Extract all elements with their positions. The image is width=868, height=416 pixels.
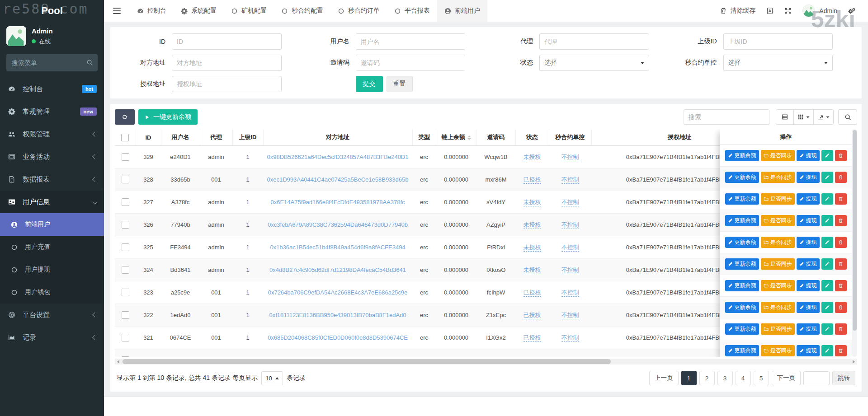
status-link[interactable]: 已授权 bbox=[524, 312, 541, 319]
row-checkbox[interactable] bbox=[122, 266, 129, 274]
row-checkbox[interactable] bbox=[122, 198, 129, 206]
sidebar-item-user-withdraw[interactable]: 用户提现 bbox=[0, 258, 104, 281]
select-all-checkbox[interactable] bbox=[121, 134, 129, 141]
address-link[interactable]: 0xc3febA679A89C38C7362594Da646473d0D7794… bbox=[268, 221, 408, 228]
sidebar-item-permission[interactable]: 权限管理 bbox=[0, 123, 104, 145]
status-link[interactable]: 已授权 bbox=[524, 176, 541, 184]
update-balance-button[interactable]: 更新余额 bbox=[725, 345, 759, 356]
row-checkbox[interactable] bbox=[122, 334, 129, 341]
export-button[interactable] bbox=[813, 109, 834, 125]
admin-menu[interactable]: Admin bbox=[802, 5, 837, 17]
sidebar-item-dashboard[interactable]: 控制台hot bbox=[0, 78, 104, 100]
edit-button[interactable] bbox=[821, 172, 833, 183]
sidebar-item-general[interactable]: 常规管理new bbox=[0, 100, 104, 123]
update-balance-button[interactable]: 更新余额 bbox=[725, 280, 759, 291]
update-balance-button[interactable]: 更新余额 bbox=[725, 258, 759, 270]
control-link[interactable]: 不控制 bbox=[561, 357, 579, 357]
horizontal-scrollbar[interactable] bbox=[115, 359, 857, 365]
update-balance-button[interactable]: 更新余额 bbox=[725, 237, 759, 248]
control-link[interactable]: 不控制 bbox=[561, 334, 579, 342]
vertical-scrollbar[interactable] bbox=[852, 129, 857, 357]
tab-秒合约配置[interactable]: 秒合约配置 bbox=[274, 0, 330, 22]
delete-button[interactable] bbox=[835, 302, 847, 313]
status-link[interactable]: 未授权 bbox=[524, 199, 541, 206]
table-search-input[interactable] bbox=[684, 109, 769, 125]
tab-矿机配置[interactable]: 矿机配置 bbox=[224, 0, 274, 22]
reset-button[interactable]: 重置 bbox=[387, 76, 413, 92]
update-all-balances-button[interactable]: 一键更新余额 bbox=[138, 109, 198, 125]
sidebar-item-front-users[interactable]: 前端用户 bbox=[0, 213, 104, 236]
row-checkbox[interactable] bbox=[122, 221, 129, 229]
sidebar-item-user-info[interactable]: 用户信息 bbox=[0, 191, 104, 213]
withdraw-button[interactable]: 提现 bbox=[797, 345, 820, 356]
address-link[interactable]: 0x6E14A75f9ad166e8f4FcDfdE493581978AA378… bbox=[270, 199, 405, 206]
scrollbar-track[interactable] bbox=[122, 359, 850, 365]
delete-button[interactable] bbox=[835, 323, 847, 335]
page-button-3[interactable]: 3 bbox=[717, 371, 733, 385]
edit-button[interactable] bbox=[821, 150, 833, 161]
edit-button[interactable] bbox=[821, 237, 833, 248]
page-button-1[interactable]: 1 bbox=[681, 371, 697, 385]
tab-前端用户[interactable]: 前端用户 bbox=[437, 0, 487, 22]
delete-button[interactable] bbox=[835, 258, 847, 270]
filter-input-2[interactable] bbox=[539, 33, 649, 50]
control-link[interactable]: 不控制 bbox=[561, 221, 579, 229]
address-link[interactable]: 0xf1811123E8136BB950e439013fB70baB8F1edA… bbox=[269, 312, 406, 318]
update-balance-button[interactable]: 更新余额 bbox=[725, 323, 759, 335]
next-page-button[interactable]: 下一页 bbox=[772, 371, 801, 385]
address-link[interactable]: 0x7264ba706C9efDA54Ac2668E4c3A7eE686a25c… bbox=[268, 289, 408, 296]
sync-toggle-button[interactable]: 是否同步 bbox=[761, 172, 795, 183]
scrollbar-thumb[interactable] bbox=[853, 130, 857, 331]
sidebar-search-input[interactable] bbox=[6, 54, 98, 71]
status-link[interactable]: 已授权 bbox=[524, 357, 541, 357]
filter-input-1[interactable] bbox=[356, 33, 466, 50]
edit-button[interactable] bbox=[821, 302, 833, 313]
filter-input-3[interactable] bbox=[723, 33, 833, 50]
edit-button[interactable] bbox=[821, 323, 833, 335]
withdraw-button[interactable]: 提现 bbox=[797, 193, 820, 205]
sync-toggle-button[interactable]: 是否同步 bbox=[761, 345, 795, 356]
scrollbar-thumb[interactable] bbox=[123, 359, 611, 364]
edit-button[interactable] bbox=[821, 280, 833, 291]
sync-toggle-button[interactable]: 是否同步 bbox=[761, 150, 795, 161]
update-balance-button[interactable]: 更新余额 bbox=[725, 215, 759, 226]
status-link[interactable]: 已授权 bbox=[524, 289, 541, 297]
sync-toggle-button[interactable]: 是否同步 bbox=[761, 193, 795, 205]
delete-button[interactable] bbox=[835, 345, 847, 356]
edit-button[interactable] bbox=[821, 258, 833, 270]
filter-input-0[interactable] bbox=[172, 33, 282, 50]
control-link[interactable]: 不控制 bbox=[561, 244, 579, 252]
address-link[interactable]: 0x1b36ac1B54ec51b4f8B49a454d6f9a8fACFE34… bbox=[270, 244, 405, 251]
clear-cache-button[interactable]: 清除缓存 bbox=[720, 7, 755, 15]
page-button-4[interactable]: 4 bbox=[736, 371, 751, 385]
tab-控制台[interactable]: 控制台 bbox=[130, 0, 174, 22]
control-link[interactable]: 不控制 bbox=[561, 266, 579, 274]
control-link[interactable]: 不控制 bbox=[561, 199, 579, 206]
withdraw-button[interactable]: 提现 bbox=[797, 215, 820, 226]
withdraw-button[interactable]: 提现 bbox=[797, 258, 820, 270]
control-link[interactable]: 不控制 bbox=[561, 289, 579, 297]
edit-button[interactable] bbox=[821, 215, 833, 226]
columns-button[interactable] bbox=[793, 109, 814, 125]
jump-button[interactable]: 跳转 bbox=[832, 371, 855, 385]
edit-button[interactable] bbox=[821, 345, 833, 356]
filter-select-7[interactable]: 选择 bbox=[723, 55, 833, 71]
address-link[interactable]: 0x4d8B27c4c905d62df7d12198DA4fecaC54Bd36… bbox=[269, 266, 406, 273]
sidebar-item-user-recharge[interactable]: 用户充值 bbox=[0, 236, 104, 258]
scroll-left-arrow[interactable] bbox=[115, 359, 122, 365]
page-button-5[interactable]: 5 bbox=[754, 371, 769, 385]
row-checkbox[interactable] bbox=[122, 176, 129, 183]
tab-秒合约订单[interactable]: 秒合约订单 bbox=[330, 0, 387, 22]
filter-select-6[interactable]: 选择 bbox=[539, 55, 649, 71]
delete-button[interactable] bbox=[835, 215, 847, 226]
update-balance-button[interactable]: 更新余额 bbox=[725, 150, 759, 161]
search-icon[interactable] bbox=[86, 59, 93, 66]
submit-button[interactable]: 提交 bbox=[356, 76, 383, 92]
page-size-select[interactable]: 10 bbox=[261, 371, 283, 385]
filter-input-4[interactable] bbox=[172, 55, 282, 71]
sidebar-item-platform[interactable]: 平台设置 bbox=[0, 304, 104, 326]
filter-input-8[interactable] bbox=[172, 76, 282, 92]
withdraw-button[interactable]: 提现 bbox=[797, 323, 820, 335]
prev-page-button[interactable]: 上一页 bbox=[649, 371, 679, 385]
jump-page-input[interactable] bbox=[803, 371, 830, 385]
